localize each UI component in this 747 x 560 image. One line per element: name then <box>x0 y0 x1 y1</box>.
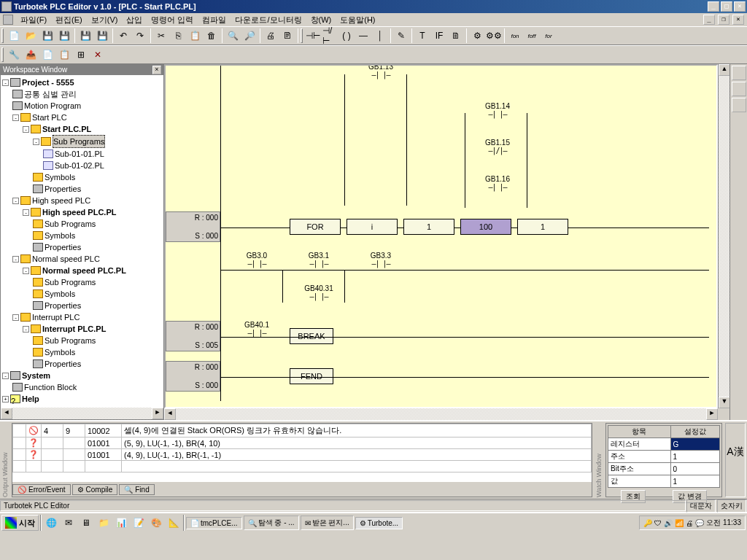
node-props[interactable]: Properties <box>44 183 81 195</box>
tab-compile[interactable]: ⚙Compile <box>72 484 118 495</box>
mdi-restore-button[interactable]: ❐ <box>718 15 729 25</box>
send-icon[interactable]: 📤 <box>23 47 39 63</box>
node-system[interactable]: System <box>22 370 50 381</box>
for-instruction[interactable]: FOR <box>290 219 341 235</box>
tray-clock[interactable]: 오전 11:33 <box>706 518 741 528</box>
node-interrupt[interactable]: Interrupt PLC <box>32 311 80 323</box>
node-startplc-pl[interactable]: Start PLC.PL <box>42 123 91 135</box>
ladder-editor[interactable]: GB1.13—| |— GB1.14—| |— GB1.15—|/|— GB1.… <box>164 64 718 408</box>
find-next-icon[interactable]: 🔎 <box>241 28 258 44</box>
text-icon[interactable]: T <box>414 28 430 44</box>
node-motion[interactable]: Motion Program <box>24 100 81 112</box>
node-common[interactable]: 공통 심벌 관리 <box>24 88 77 100</box>
tray-icon-6[interactable]: 💬 <box>695 519 704 527</box>
node-subprograms-sel[interactable]: Sub Programs <box>53 135 105 148</box>
if-icon[interactable]: IF <box>431 28 447 44</box>
save-as-icon[interactable]: 💾 <box>77 28 93 44</box>
find-icon[interactable]: 🔍 <box>225 28 241 44</box>
project-root[interactable]: Project - 5555 <box>22 77 74 88</box>
for-var[interactable]: i <box>347 219 398 235</box>
preview-icon[interactable]: 🖹 <box>279 28 295 44</box>
node-interrupt-pl[interactable]: Interrupt PLC.PL <box>42 323 106 335</box>
mdi-child-icon[interactable] <box>3 15 13 25</box>
node-startplc[interactable]: Start PLC <box>32 112 67 123</box>
quicklaunch-4-icon[interactable]: 📁 <box>96 515 112 531</box>
quicklaunch-7-icon[interactable]: 🎨 <box>148 515 164 531</box>
task-4-active[interactable]: ⚙Turbote... <box>355 517 403 529</box>
node-symbols[interactable]: Symbols <box>44 171 75 183</box>
rtool-3-icon[interactable] <box>732 98 746 112</box>
tab-find[interactable]: 🔍Find <box>119 484 154 495</box>
int-symbols[interactable]: Symbols <box>44 346 75 358</box>
menu-insert[interactable]: 삽입 <box>123 14 146 26</box>
rtool-2-icon[interactable] <box>732 82 746 96</box>
hs-symbols[interactable]: Symbols <box>44 230 75 241</box>
menu-view[interactable]: 보기(V) <box>88 14 122 26</box>
vline-icon[interactable]: │ <box>372 28 388 44</box>
cut-icon[interactable]: ✂ <box>153 28 169 44</box>
for-from[interactable]: 1 <box>403 219 454 235</box>
menu-compile[interactable]: 컴파일 <box>198 14 230 26</box>
edit-icon[interactable]: ✎ <box>393 28 409 44</box>
save-icon[interactable]: 💾 <box>39 28 55 44</box>
menu-window[interactable]: 창(W) <box>307 14 336 26</box>
watch-table[interactable]: 항목설정값 레지스터G 주소1 Bit주소0 값1 <box>608 425 720 488</box>
undo-icon[interactable]: ↶ <box>115 28 131 44</box>
buildall-icon[interactable]: ⚙⚙ <box>486 28 502 44</box>
tray-icon-3[interactable]: 🔊 <box>664 519 673 527</box>
quicklaunch-8-icon[interactable]: 📐 <box>166 515 182 531</box>
print-icon[interactable]: 🖨 <box>263 28 279 44</box>
tab-error[interactable]: 🚫Error/Event <box>12 484 71 495</box>
system-tray[interactable]: 🔑 🛡 🔊 📶 🖨 💬 오전 11:33 <box>639 516 746 530</box>
hs-subprogs[interactable]: Sub Programs <box>44 218 96 230</box>
menu-edit[interactable]: 편집(E) <box>52 14 86 26</box>
fon-icon[interactable]: fon <box>507 28 523 44</box>
for-to-selected[interactable]: 100 <box>460 219 511 235</box>
contact-no-icon[interactable]: ⊣⊢ <box>305 28 321 44</box>
node-sub0101[interactable]: Sub-01-01.PL <box>55 148 104 160</box>
node-highspeed[interactable]: High speed PLC <box>32 195 90 206</box>
menu-help[interactable]: 도움말(H) <box>336 14 379 26</box>
ime-indicator[interactable]: A漢 <box>725 423 746 497</box>
hline-icon[interactable]: — <box>355 28 371 44</box>
sheet-icon[interactable]: 📄 <box>39 47 55 63</box>
break-instruction[interactable]: BREAK <box>290 328 333 344</box>
menu-download[interactable]: 다운로드/모니터링 <box>231 14 305 26</box>
node-normal[interactable]: Normal speed PLC <box>32 253 100 265</box>
redo-icon[interactable]: ↷ <box>132 28 148 44</box>
node-normal-pl[interactable]: Normal speed PLC.PL <box>42 265 126 276</box>
menu-file[interactable]: 파일(F) <box>17 14 50 26</box>
menu-cmd[interactable]: 명령어 입력 <box>147 14 197 26</box>
ns-subprogs[interactable]: Sub Programs <box>44 276 96 288</box>
build-icon[interactable]: ⚙ <box>469 28 485 44</box>
save-project-icon[interactable]: 💾 <box>94 28 110 44</box>
minimize-button[interactable]: _ <box>708 1 719 12</box>
start-button[interactable]: 시작 <box>1 515 39 531</box>
rtool-1-icon[interactable] <box>732 66 746 80</box>
quicklaunch-5-icon[interactable]: 📊 <box>113 515 129 531</box>
quicklaunch-1-icon[interactable]: 🌐 <box>43 515 59 531</box>
tree-hscroll[interactable]: ◄► <box>1 408 163 419</box>
node-help[interactable]: Help <box>22 393 39 405</box>
int-subprogs[interactable]: Sub Programs <box>44 335 96 346</box>
for-icon[interactable]: for <box>541 28 557 44</box>
ns-props[interactable]: Properties <box>44 300 81 311</box>
task-2[interactable]: 🔍탐색 중 - ... <box>244 516 299 530</box>
node-fblock[interactable]: Function Block <box>24 381 77 393</box>
save-all-icon[interactable]: 💾 <box>56 28 72 44</box>
foff-icon[interactable]: foff <box>524 28 540 44</box>
maximize-button[interactable]: □ <box>721 1 732 12</box>
ladder-hscroll[interactable]: ◄► <box>164 408 729 420</box>
task-1[interactable]: 📄tmcPLCE... <box>186 517 242 529</box>
paste-icon[interactable]: 📋 <box>187 28 203 44</box>
task-3[interactable]: ✉받은 편지... <box>301 516 354 530</box>
node-sub0102[interactable]: Sub-01-02.PL <box>55 160 104 171</box>
quicklaunch-6-icon[interactable]: 📝 <box>131 515 147 531</box>
open-icon[interactable]: 📂 <box>23 28 39 44</box>
ns-symbols[interactable]: Symbols <box>44 288 75 300</box>
copy-icon[interactable]: ⎘ <box>170 28 186 44</box>
tray-icon-1[interactable]: 🔑 <box>643 519 652 527</box>
tray-icon-4[interactable]: 📶 <box>675 519 684 527</box>
workspace-close-button[interactable]: × <box>152 66 161 74</box>
coil-icon[interactable]: ( ) <box>338 28 355 44</box>
